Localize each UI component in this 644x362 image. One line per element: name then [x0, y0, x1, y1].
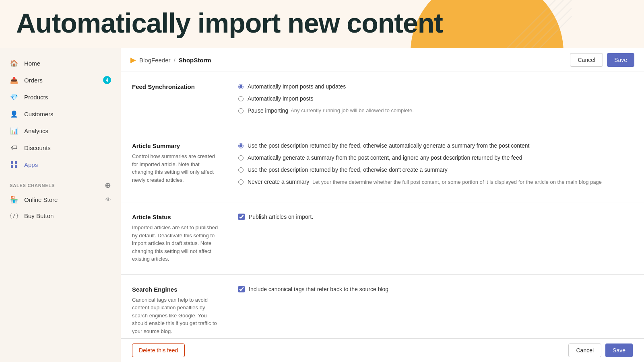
bottom-bar: Delete this feed Cancel Save — [121, 338, 644, 362]
radio-use-feed-nodesc-input[interactable] — [238, 167, 244, 173]
save-button-top[interactable]: Save — [607, 53, 634, 67]
content-area: ▶ BlogFeeder / ShopStorm Cancel Save Fee… — [121, 48, 644, 362]
breadcrumb-plugin[interactable]: BlogFeeder — [139, 57, 171, 64]
top-bar: ▶ BlogFeeder / ShopStorm Cancel Save — [121, 48, 644, 72]
sidebar-label-apps: Apps — [24, 161, 38, 168]
article-summary-title: Article Summary — [132, 142, 219, 149]
checkbox-canonical-tags-label: Include canonical tags that refer back t… — [249, 286, 388, 292]
article-summary-description: Control how summaries are created for im… — [132, 152, 219, 184]
radio-auto-import-posts-input[interactable] — [238, 96, 244, 101]
radio-use-feed-desc[interactable]: Use the post description returned by the… — [238, 142, 633, 149]
sidebar-label-customers: Customers — [24, 111, 54, 117]
svg-rect-7 — [11, 165, 13, 168]
sidebar-label-products: Products — [24, 94, 48, 101]
search-engines-label: Search Engines Canonical tags can help t… — [132, 286, 229, 335]
search-engines-description: Canonical tags can help to avoid content… — [132, 296, 219, 335]
rss-icon: ▶ — [130, 56, 136, 64]
radio-never-create-note: Let your theme determine whether the ful… — [312, 179, 602, 185]
feed-sync-section: Feed Synchronization Automatically impor… — [121, 72, 644, 131]
apps-icon — [10, 160, 19, 169]
sidebar-item-home[interactable]: 🏠 Home — [0, 55, 121, 72]
article-summary-label: Article Summary Control how summaries ar… — [132, 142, 229, 191]
radio-use-feed-nodesc[interactable]: Use the post description returned by the… — [238, 167, 633, 173]
article-summary-section: Article Summary Control how summaries ar… — [121, 131, 644, 202]
radio-auto-import-updates[interactable]: Automatically import posts and updates — [238, 83, 633, 90]
cancel-button-top[interactable]: Cancel — [570, 53, 603, 67]
sidebar-label-analytics: Analytics — [24, 128, 48, 134]
breadcrumb-current: ShopStorm — [179, 57, 211, 64]
sidebar-label-home: Home — [24, 60, 40, 67]
delete-feed-button[interactable]: Delete this feed — [132, 343, 185, 357]
radio-auto-import-posts[interactable]: Automatically import posts — [238, 95, 633, 102]
products-icon: 💎 — [10, 93, 19, 101]
breadcrumb-separator: / — [174, 57, 175, 64]
radio-pause-importing-note: Any currently running job will be allowe… — [291, 107, 414, 113]
radio-auto-generate-input[interactable] — [238, 155, 244, 160]
feed-sync-label: Feed Synchronization — [132, 83, 229, 119]
top-bar-actions: Cancel Save — [570, 53, 634, 67]
radio-pause-importing[interactable]: Pause importing Any currently running jo… — [238, 107, 633, 114]
add-sales-channel-button[interactable]: ⊕ — [105, 182, 111, 189]
radio-use-feed-desc-input[interactable] — [238, 143, 244, 148]
sidebar-item-analytics[interactable]: 📊 Analytics — [0, 122, 121, 139]
sales-channels-label: SALES CHANNELS — [10, 183, 55, 188]
sidebar-item-orders[interactable]: 📥 Orders 4 — [0, 72, 121, 88]
article-status-section: Article Status Imported articles are set… — [121, 202, 644, 275]
article-status-title: Article Status — [132, 214, 219, 220]
customers-icon: 👤 — [10, 109, 19, 118]
sidebar-label-online-store: Online Store — [24, 196, 58, 203]
feed-sync-title: Feed Synchronization — [132, 83, 219, 90]
svg-rect-5 — [11, 161, 13, 164]
buy-button-icon: {/} — [10, 211, 19, 220]
hero-title: Automatically import new content — [16, 7, 443, 39]
radio-use-feed-nodesc-label: Use the post description returned by the… — [248, 167, 448, 173]
analytics-icon: 📊 — [10, 126, 19, 135]
online-store-icon: 🏪 — [10, 195, 19, 204]
settings-content: Feed Synchronization Automatically impor… — [121, 72, 644, 338]
article-summary-options: Use the post description returned by the… — [229, 142, 633, 191]
home-icon: 🏠 — [10, 59, 19, 68]
sidebar-item-discounts[interactable]: 🏷 Discounts — [0, 139, 121, 156]
sidebar-label-orders: Orders — [24, 77, 43, 84]
radio-pause-importing-input[interactable] — [238, 108, 244, 113]
checkbox-publish-on-import-label: Publish articles on import. — [249, 214, 313, 220]
radio-use-feed-desc-label: Use the post description returned by the… — [248, 142, 529, 149]
sidebar-item-products[interactable]: 💎 Products — [0, 88, 121, 105]
radio-auto-generate[interactable]: Automatically generate a summary from th… — [238, 154, 633, 161]
checkbox-publish-on-import-input[interactable] — [238, 214, 245, 220]
orders-icon: 📥 — [10, 76, 19, 84]
radio-auto-generate-label: Automatically generate a summary from th… — [248, 154, 522, 161]
cancel-button-bottom[interactable]: Cancel — [568, 343, 601, 357]
search-engines-section: Search Engines Canonical tags can help t… — [121, 275, 644, 339]
radio-pause-importing-label: Pause importing — [248, 107, 288, 114]
sales-channels-header: SALES CHANNELS ⊕ — [0, 176, 121, 191]
article-status-label: Article Status Imported articles are set… — [132, 214, 229, 263]
radio-auto-import-posts-label: Automatically import posts — [248, 95, 313, 102]
orders-badge: 4 — [103, 76, 111, 84]
article-status-description: Imported articles are set to published b… — [132, 224, 219, 263]
search-engines-options: Include canonical tags that refer back t… — [229, 286, 633, 335]
discounts-icon: 🏷 — [10, 143, 19, 152]
sidebar-item-apps[interactable]: Apps — [0, 156, 121, 173]
feed-sync-options: Automatically import posts and updates A… — [229, 83, 633, 119]
checkbox-canonical-tags-input[interactable] — [238, 286, 245, 292]
eye-icon[interactable]: 👁 — [105, 196, 111, 203]
radio-never-create-label: Never create a summary Let your theme de… — [248, 179, 602, 185]
breadcrumb: ▶ BlogFeeder / ShopStorm — [130, 56, 211, 64]
sidebar-label-discounts: Discounts — [24, 144, 51, 151]
svg-rect-6 — [15, 161, 17, 164]
article-status-options: Publish articles on import. — [229, 214, 633, 263]
save-button-bottom[interactable]: Save — [605, 343, 633, 357]
radio-auto-import-updates-label: Automatically import posts and updates — [248, 83, 346, 90]
checkbox-canonical-tags[interactable]: Include canonical tags that refer back t… — [238, 286, 633, 292]
checkbox-publish-on-import[interactable]: Publish articles on import. — [238, 214, 633, 220]
sidebar-item-buy-button[interactable]: {/} Buy Button — [0, 208, 121, 224]
sidebar: 🏠 Home 📥 Orders 4 💎 Products 👤 Customers… — [0, 48, 121, 362]
radio-never-create-input[interactable] — [238, 179, 244, 185]
sidebar-item-customers[interactable]: 👤 Customers — [0, 105, 121, 122]
radio-never-create[interactable]: Never create a summary Let your theme de… — [238, 179, 633, 185]
radio-auto-import-updates-input[interactable] — [238, 84, 244, 89]
search-engines-title: Search Engines — [132, 286, 219, 293]
bottom-bar-actions: Cancel Save — [568, 343, 633, 357]
sidebar-item-online-store[interactable]: 🏪 Online Store 👁 — [0, 191, 121, 208]
